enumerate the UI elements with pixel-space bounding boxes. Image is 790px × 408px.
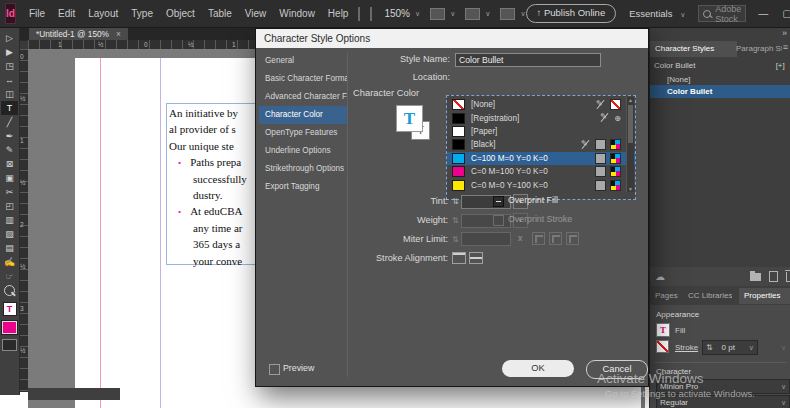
menu-view[interactable]: View	[245, 8, 267, 19]
style-list-item-color-bullet[interactable]: Color Bullet	[650, 85, 790, 98]
swatch-row-registration[interactable]: [Registration] ⊕	[447, 111, 635, 124]
menu-help[interactable]: Help	[328, 8, 349, 19]
stroke-weight-combo[interactable]: ⇅ 0 pt ∨	[702, 340, 758, 355]
publish-online-button[interactable]: ↑ Publish Online	[526, 4, 617, 23]
screen-mode-button[interactable]	[2, 339, 17, 351]
fill-color-swatch[interactable]	[2, 321, 17, 334]
zoom-tool[interactable]	[4, 285, 15, 296]
stepper-icon[interactable]: ⇅	[452, 197, 459, 206]
swatch-row-none[interactable]: [None]	[447, 98, 635, 111]
selection-tool[interactable]: ▷	[1, 31, 18, 45]
tab-close-icon[interactable]: ×	[116, 28, 121, 40]
line-tool[interactable]: ╱	[1, 115, 18, 129]
direct-selection-tool[interactable]: ▶	[1, 45, 18, 59]
frame-tool[interactable]: ⊠	[1, 157, 18, 171]
menu-file[interactable]: File	[29, 8, 45, 19]
align-stroke-inside-icon[interactable]	[469, 252, 483, 264]
gradient-feather-tool[interactable]: ▨	[1, 227, 18, 241]
menu-edit[interactable]: Edit	[58, 8, 75, 19]
swatch-row-magenta[interactable]: C=0 M=100 Y=0 K=0	[447, 165, 635, 178]
restore-button[interactable]: ▢	[782, 8, 790, 19]
nav-item-general[interactable]: General	[259, 52, 347, 70]
overprint-fill-checkbox[interactable]	[493, 196, 504, 207]
swatch-row-paper[interactable]: [Paper]	[447, 125, 635, 138]
new-style-page-icon[interactable]	[769, 271, 778, 282]
screen-mode-control[interactable]: ∨	[465, 8, 490, 20]
swatch-row-cyan[interactable]: C=100 M=0 Y=0 K=0	[447, 152, 635, 165]
menu-type[interactable]: Type	[131, 8, 153, 19]
swatch-row-yellow[interactable]: C=0 M=0 Y=100 K=0	[447, 178, 635, 191]
ok-button[interactable]: OK	[502, 360, 574, 377]
column-guide[interactable]	[160, 58, 161, 408]
font-family-select[interactable]: Minion Pro ∨	[656, 379, 790, 394]
document-tab[interactable]: *Untitled-1 @ 150% ×	[29, 28, 128, 40]
arrange-documents-control[interactable]: ∨	[500, 8, 525, 20]
bridge-icon[interactable]	[358, 7, 360, 21]
page-tool[interactable]: ◳	[1, 59, 18, 73]
align-stroke-center-icon[interactable]	[452, 252, 466, 264]
swatch-scrollbar[interactable]: ▲ ▼	[626, 97, 634, 192]
swatch-row-black[interactable]: [Black]	[447, 138, 635, 151]
cancel-button[interactable]: Cancel	[586, 360, 648, 379]
gap-tool[interactable]: ↔	[1, 73, 18, 87]
nav-item-underline-options[interactable]: Underline Options	[259, 142, 347, 160]
tab-pages[interactable]: Pages	[655, 288, 678, 304]
menu-table[interactable]: Table	[208, 8, 232, 19]
nav-item-strikethrough-options[interactable]: Strikethrough Options	[259, 160, 347, 178]
preview-checkbox[interactable]	[269, 364, 280, 375]
new-style-icon[interactable]: [+]	[776, 61, 785, 70]
scroll-down-icon[interactable]: ▼	[627, 186, 634, 192]
view-options-control[interactable]: ∨	[430, 8, 455, 20]
fill-text-proxy[interactable]: T	[3, 302, 17, 316]
style-name-input[interactable]: Color Bullet	[455, 53, 601, 67]
menu-layout[interactable]: Layout	[88, 8, 118, 19]
rectangle-tool[interactable]: ▣	[1, 171, 18, 185]
zoom-level-control[interactable]: 150%	[384, 8, 410, 19]
scissors-tool[interactable]: ✂	[1, 185, 18, 199]
location-label: Location:	[356, 72, 450, 82]
free-transform-tool[interactable]: ◰	[1, 199, 18, 213]
stroke-label[interactable]: Stroke	[675, 343, 698, 352]
delete-style-trash-icon[interactable]	[786, 272, 790, 282]
content-collector-tool[interactable]: ◫	[1, 87, 18, 101]
pen-tool[interactable]: ✒	[1, 129, 18, 143]
note-tool[interactable]: ▤	[1, 241, 18, 255]
panel-menu-icon[interactable]: ≡	[783, 42, 788, 52]
fill-proxy[interactable]: T	[396, 105, 423, 132]
chevron-down-icon: ∨	[680, 11, 685, 18]
color-theme-tool[interactable]: ✍	[1, 255, 18, 269]
chevron-down-icon[interactable]: ∨	[749, 344, 754, 352]
tab-properties[interactable]: Properties	[739, 288, 790, 304]
stock-icon[interactable]	[370, 7, 372, 21]
workspace-switcher[interactable]: Essentials ∨	[629, 8, 685, 19]
hand-tool[interactable]: ☞	[1, 269, 18, 283]
gradient-tool[interactable]: ▥	[1, 213, 18, 227]
stepper-icon[interactable]: ⇅	[706, 343, 713, 352]
stroke-color-icon[interactable]	[656, 340, 669, 353]
menu-window[interactable]: Window	[279, 8, 315, 19]
margin-guide[interactable]	[100, 58, 101, 408]
none-mini-icon	[610, 99, 621, 110]
non-editable-icon	[581, 140, 591, 150]
type-tool[interactable]: T	[1, 101, 18, 115]
nav-item-character-color[interactable]: Character Color	[259, 106, 347, 124]
tab-paragraph-styles[interactable]: Paragraph Styles	[736, 41, 782, 57]
scroll-up-icon[interactable]: ▲	[627, 97, 634, 103]
font-style-select[interactable]: Regular ∨	[656, 395, 790, 408]
zoom-chevron-icon[interactable]: ∨	[415, 10, 420, 18]
scrollbar-thumb[interactable]	[628, 105, 633, 143]
nav-item-basic-character-formats[interactable]: Basic Character Formats	[259, 70, 347, 88]
collapse-panels-icon[interactable]: »	[782, 28, 787, 38]
minimize-button[interactable]: —	[758, 8, 768, 19]
fill-color-icon[interactable]: T	[656, 323, 670, 337]
menu-object[interactable]: Object	[166, 8, 195, 19]
nav-item-export-tagging[interactable]: Export Tagging	[259, 178, 347, 196]
adobe-stock-search-input[interactable]: Adobe Stock	[698, 5, 746, 22]
nav-item-opentype-features[interactable]: OpenType Features	[259, 124, 347, 142]
tab-cc-libraries[interactable]: CC Libraries	[688, 288, 732, 304]
pencil-tool[interactable]: ✎	[1, 143, 18, 157]
style-group-folder-icon[interactable]	[750, 273, 761, 281]
nav-item-advanced-character-formats[interactable]: Advanced Character Formats	[259, 88, 347, 106]
tab-character-styles[interactable]: Character Styles	[650, 41, 737, 57]
style-list-item-none[interactable]: [None]	[650, 73, 790, 85]
